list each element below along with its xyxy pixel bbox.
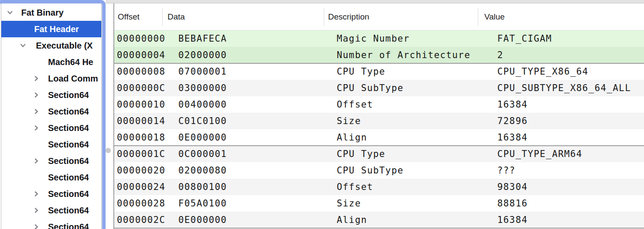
cell-value: ??? <box>491 165 644 176</box>
cell-data: 07000001 <box>166 66 332 77</box>
group-separator <box>114 145 644 146</box>
tree-item-section64[interactable]: Section64 <box>1 202 101 219</box>
tree-item-section64[interactable]: Section64 <box>1 219 101 229</box>
cell-description: Align <box>332 132 491 143</box>
cell-description: CPU Type <box>332 149 491 159</box>
table-row[interactable]: 00000000BEBAFECAMagic NumberFAT_CIGAM <box>114 30 644 47</box>
tree-item-label: Load Comm <box>48 74 98 84</box>
column-header-offset[interactable]: Offset <box>114 3 162 30</box>
cell-offset: 00000018 <box>114 132 166 143</box>
tree-item-section64[interactable]: Section64 <box>1 136 101 153</box>
tree-item-label: Section64 <box>48 206 89 216</box>
table-row[interactable]: 0000000C03000000CPU SubTypeCPU_SUBTYPE_X… <box>114 80 644 96</box>
cell-description: Size <box>332 198 491 209</box>
table-row[interactable]: 000000180E000000Align16384 <box>114 129 644 146</box>
tree-item-load-comm[interactable]: Load Comm <box>1 70 101 87</box>
tree-item-mach64-he[interactable]: Mach64 He <box>1 54 101 70</box>
cell-offset: 00000004 <box>114 50 166 60</box>
tree-item-label: Section64 <box>48 140 89 150</box>
cell-value: 16384 <box>491 215 644 225</box>
outline-sidebar: Fat BinaryFat HeaderExecutable (XMach64 … <box>1 3 102 229</box>
chevron-right-icon[interactable] <box>33 223 40 229</box>
group-separator <box>114 228 644 229</box>
cell-value: CPU_TYPE_X86_64 <box>491 66 644 77</box>
tree-item-section64[interactable]: Section64 <box>1 186 101 202</box>
chevron-down-icon[interactable] <box>6 9 13 16</box>
table-row[interactable]: 0000002400800100Offset98304 <box>114 179 644 195</box>
tree-item-label: Section64 <box>48 173 89 183</box>
table-row[interactable]: 0000001C0C000001CPU TypeCPU_TYPE_ARM64 <box>114 146 644 162</box>
tree-item-fat-header[interactable]: Fat Header <box>1 21 101 37</box>
column-header-value[interactable]: Value <box>478 3 644 30</box>
table-row[interactable]: 0000002C0E000000Align16384 <box>114 212 644 228</box>
cell-description: Offset <box>332 182 491 192</box>
cell-offset: 00000028 <box>114 198 166 209</box>
tree-item-section64[interactable]: Section64 <box>1 153 101 169</box>
table-row[interactable]: 00000028F05A0100Size88816 <box>114 195 644 212</box>
cell-description: Magic Number <box>332 33 491 44</box>
cell-data: F05A0100 <box>166 198 332 209</box>
chevron-right-icon[interactable] <box>33 207 40 214</box>
table-row[interactable]: 0000001000400000Offset16384 <box>114 96 644 113</box>
cell-value: 16384 <box>491 99 644 110</box>
cell-data: 0C000001 <box>166 149 332 159</box>
cell-data: 00800100 <box>166 182 332 192</box>
splitter-handle[interactable] <box>106 148 111 153</box>
chevron-right-icon[interactable] <box>33 108 40 115</box>
tree-item-fat-binary[interactable]: Fat Binary <box>1 4 101 21</box>
cell-data: 02000000 <box>166 50 332 60</box>
column-header-description[interactable]: Description <box>324 3 478 30</box>
chevron-right-icon[interactable] <box>33 92 40 98</box>
cell-value: 16384 <box>491 132 644 143</box>
cell-offset: 00000024 <box>114 182 166 192</box>
cell-offset: 0000000C <box>114 83 166 93</box>
cell-data: C01C0100 <box>166 116 332 126</box>
cell-value: FAT_CIGAM <box>491 33 644 44</box>
cell-data: 03000000 <box>166 83 332 93</box>
chevron-down-icon[interactable] <box>19 42 26 49</box>
group-separator <box>114 63 644 64</box>
tree-item-label: Executable (X <box>36 41 93 51</box>
tree-item-section64[interactable]: Section64 <box>1 87 101 103</box>
cell-offset: 00000008 <box>114 66 166 77</box>
cell-value: 88816 <box>491 198 644 209</box>
cell-description: Align <box>332 215 491 225</box>
chevron-right-icon[interactable] <box>33 190 40 197</box>
tree-item-label: Section64 <box>48 189 89 199</box>
tree-item-label: Section64 <box>48 90 89 100</box>
cell-description: CPU SubType <box>332 165 491 176</box>
tree-item-label: Fat Binary <box>21 8 64 18</box>
tree-item-label: Section64 <box>48 222 89 229</box>
chevron-right-icon[interactable] <box>33 75 40 82</box>
column-header-data[interactable]: Data <box>162 3 324 30</box>
table-row[interactable]: 0000002002000080CPU SubType??? <box>114 162 644 179</box>
tree-item-label: Section64 <box>48 107 89 117</box>
tree-item-section64[interactable]: Section64 <box>1 169 101 186</box>
cell-description: CPU SubType <box>332 83 491 93</box>
tree-item-section64[interactable]: Section64 <box>1 120 101 136</box>
tree-item-label: Section64 <box>48 123 89 133</box>
chevron-right-icon[interactable] <box>33 157 40 164</box>
tree-item-label: Section64 <box>48 156 89 166</box>
cell-data: 02000080 <box>166 165 332 176</box>
tree-item-executable-x[interactable]: Executable (X <box>1 37 101 54</box>
cell-value: 2 <box>491 50 644 60</box>
cell-value: CPU_TYPE_ARM64 <box>491 149 644 159</box>
cell-description: CPU Type <box>332 66 491 77</box>
chevron-right-icon[interactable] <box>33 124 40 131</box>
tree-item-label: Fat Header <box>34 24 79 34</box>
cell-offset: 00000000 <box>114 33 166 44</box>
table-row[interactable]: 0000000807000001CPU TypeCPU_TYPE_X86_64 <box>114 63 644 80</box>
cell-offset: 00000020 <box>114 165 166 176</box>
table-body: 00000000BEBAFECAMagic NumberFAT_CIGAM000… <box>114 30 644 229</box>
cell-offset: 0000002C <box>114 215 166 225</box>
structure-table: Offset Data Description Value 00000000BE… <box>113 3 644 229</box>
table-row[interactable]: 00000014C01C0100Size72896 <box>114 113 644 129</box>
cell-description: Size <box>332 116 491 126</box>
table-row[interactable]: 0000000402000000Number of Architecture2 <box>114 47 644 63</box>
tree-item-section64[interactable]: Section64 <box>1 103 101 120</box>
cell-value: 98304 <box>491 182 644 192</box>
table-header-row: Offset Data Description Value <box>114 3 644 30</box>
cell-data: 0E000000 <box>166 132 332 143</box>
cell-data: BEBAFECA <box>166 33 332 44</box>
